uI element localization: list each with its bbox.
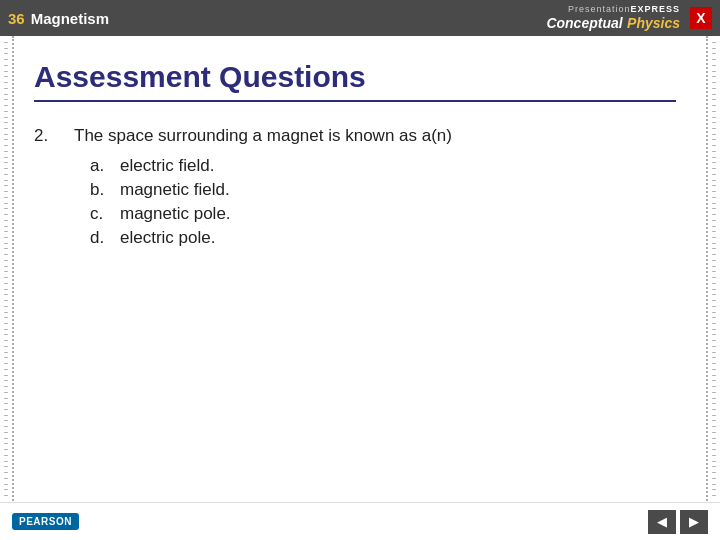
question-text: The space surrounding a magnet is known … bbox=[74, 126, 452, 146]
decorative-dot bbox=[712, 48, 716, 49]
decorative-dot bbox=[712, 380, 716, 381]
decorative-dot bbox=[4, 415, 8, 416]
decorative-dot bbox=[4, 180, 8, 181]
answer-letter: c. bbox=[90, 204, 110, 224]
decorative-dot bbox=[712, 128, 716, 129]
decorative-dot bbox=[4, 111, 8, 112]
decorative-dot bbox=[4, 65, 8, 66]
decorative-dot bbox=[4, 380, 8, 381]
decorative-dot bbox=[4, 312, 8, 313]
decorative-dot bbox=[4, 157, 8, 158]
decorative-dot bbox=[4, 128, 8, 129]
decorative-dot bbox=[712, 283, 716, 284]
decorative-dot bbox=[712, 403, 716, 404]
decorative-dot bbox=[712, 346, 716, 347]
answer-item: b.magnetic field. bbox=[90, 180, 676, 200]
answer-item: a.electric field. bbox=[90, 156, 676, 176]
decorative-dot bbox=[4, 329, 8, 330]
decorative-dot bbox=[4, 306, 8, 307]
decorative-dot bbox=[712, 484, 716, 485]
decorative-dot bbox=[4, 59, 8, 60]
decorative-dot bbox=[4, 386, 8, 387]
decorative-dot bbox=[4, 489, 8, 490]
decorative-dot bbox=[4, 191, 8, 192]
answer-letter: a. bbox=[90, 156, 110, 176]
decorative-dot bbox=[712, 145, 716, 146]
decorative-dot bbox=[712, 392, 716, 393]
decorative-dot bbox=[4, 174, 8, 175]
decorative-dot bbox=[712, 386, 716, 387]
decorative-dot bbox=[4, 369, 8, 370]
decorative-dot bbox=[4, 420, 8, 421]
decorative-dot bbox=[4, 478, 8, 479]
decorative-dot bbox=[712, 375, 716, 376]
decorative-dot bbox=[4, 197, 8, 198]
decorative-dot bbox=[712, 357, 716, 358]
decorative-dot bbox=[712, 369, 716, 370]
decorative-dot bbox=[712, 254, 716, 255]
decorative-dot bbox=[4, 289, 8, 290]
brand-top: Presentation bbox=[568, 4, 631, 14]
decorative-dot bbox=[712, 111, 716, 112]
decorative-dot bbox=[4, 88, 8, 89]
decorative-dot bbox=[4, 99, 8, 100]
decorative-dot bbox=[4, 294, 8, 295]
decorative-dot bbox=[4, 466, 8, 467]
decorative-dot bbox=[4, 237, 8, 238]
decorative-dot bbox=[712, 466, 716, 467]
decorative-dot bbox=[712, 420, 716, 421]
decorative-dot bbox=[4, 220, 8, 221]
decorative-dot bbox=[4, 53, 8, 54]
decorative-dot bbox=[712, 243, 716, 244]
answer-letter: b. bbox=[90, 180, 110, 200]
decorative-dot bbox=[4, 168, 8, 169]
decorative-dot bbox=[712, 157, 716, 158]
answer-item: d.electric pole. bbox=[90, 228, 676, 248]
decorative-dot bbox=[712, 168, 716, 169]
brand-express: EXPRESS bbox=[630, 4, 680, 14]
decorative-dot bbox=[712, 65, 716, 66]
decorative-dot bbox=[4, 443, 8, 444]
decorative-dot bbox=[712, 438, 716, 439]
header-left: 36 Magnetism bbox=[8, 10, 109, 27]
decorative-dot bbox=[712, 306, 716, 307]
decorative-dot bbox=[4, 185, 8, 186]
slide-title: Assessment Questions bbox=[34, 60, 676, 102]
decorative-dot bbox=[712, 117, 716, 118]
decorative-dot bbox=[4, 248, 8, 249]
nav-next-button[interactable]: ▶ bbox=[680, 510, 708, 534]
decorative-dot bbox=[712, 214, 716, 215]
decorative-dot bbox=[712, 260, 716, 261]
decorative-dot bbox=[712, 323, 716, 324]
decorative-dot bbox=[712, 449, 716, 450]
decorative-dot bbox=[712, 398, 716, 399]
answer-text: electric field. bbox=[120, 156, 214, 176]
decorative-dot bbox=[712, 237, 716, 238]
brand-name-line: Conceptual Physics bbox=[546, 14, 680, 32]
decorative-dot bbox=[4, 455, 8, 456]
decorative-dot bbox=[4, 461, 8, 462]
decorative-dot bbox=[712, 329, 716, 330]
close-button[interactable]: X bbox=[690, 7, 712, 29]
decorative-dot bbox=[4, 363, 8, 364]
answer-list: a.electric field.b.magnetic field.c.magn… bbox=[90, 156, 676, 248]
left-dot-border bbox=[0, 36, 12, 502]
decorative-dot bbox=[712, 455, 716, 456]
decorative-dot bbox=[712, 162, 716, 163]
decorative-dot bbox=[712, 76, 716, 77]
decorative-dot bbox=[712, 415, 716, 416]
decorative-dot bbox=[712, 266, 716, 267]
answer-text: electric pole. bbox=[120, 228, 215, 248]
decorative-dot bbox=[4, 375, 8, 376]
footer: PEARSON ◀ ▶ bbox=[0, 502, 720, 540]
decorative-dot bbox=[712, 105, 716, 106]
nav-buttons[interactable]: ◀ ▶ bbox=[648, 510, 708, 534]
nav-prev-button[interactable]: ◀ bbox=[648, 510, 676, 534]
decorative-dot bbox=[4, 226, 8, 227]
decorative-dot bbox=[4, 352, 8, 353]
decorative-dot bbox=[4, 334, 8, 335]
decorative-dot bbox=[4, 392, 8, 393]
decorative-dot bbox=[4, 398, 8, 399]
decorative-dot bbox=[712, 185, 716, 186]
decorative-dot bbox=[712, 334, 716, 335]
